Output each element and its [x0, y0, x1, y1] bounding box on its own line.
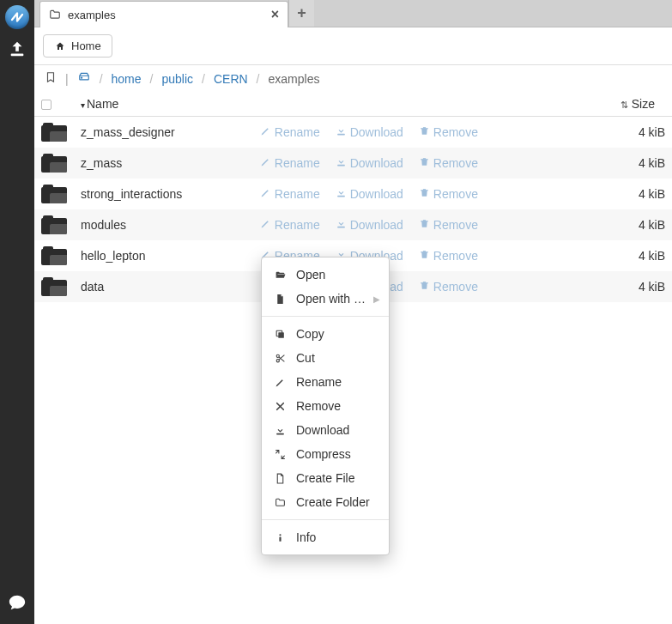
separator: / [202, 72, 205, 86]
breadcrumb-link[interactable]: public [161, 72, 193, 86]
table-row[interactable]: strong_interactions Rename Download Remo… [34, 179, 672, 209]
remove-action[interactable]: Remove [419, 249, 478, 263]
breadcrumb-link[interactable]: home [112, 72, 142, 86]
rename-action[interactable]: Rename [260, 218, 320, 232]
file-name[interactable]: strong_interactions [74, 179, 241, 209]
menu-item-compress[interactable]: Compress [262, 442, 389, 466]
svg-point-20 [279, 534, 281, 536]
menu-item-label: Create File [296, 471, 354, 485]
trash-icon [419, 125, 430, 139]
bookmark-icon[interactable] [45, 70, 57, 87]
download-icon [336, 187, 347, 201]
download-action[interactable]: Download [336, 125, 403, 139]
app-logo[interactable] [5, 5, 29, 29]
menu-item-info[interactable]: Info [262, 525, 389, 549]
svg-rect-3 [337, 134, 345, 136]
pencil-icon [260, 187, 271, 201]
file-name[interactable]: modules [74, 209, 241, 240]
tab-examples[interactable]: examples × [39, 1, 288, 27]
rename-action[interactable]: Rename [260, 125, 320, 139]
svg-rect-21 [279, 536, 281, 541]
column-header-name[interactable]: ▾Name [74, 92, 241, 117]
sort-icon: ⇅ [621, 100, 628, 110]
trash-icon [419, 156, 430, 170]
folder-icon [34, 240, 74, 271]
pencil-icon [260, 218, 271, 232]
menu-item-label: Create Folder [296, 495, 370, 509]
file-size: 4 kiB [595, 179, 672, 209]
svg-rect-12 [421, 251, 428, 252]
folder-outline-icon [49, 9, 61, 21]
menu-item-label: Info [296, 530, 316, 544]
folder-icon [34, 209, 74, 240]
home-button[interactable]: Home [43, 34, 112, 58]
menu-item-remove[interactable]: Remove [262, 394, 389, 418]
rename-action[interactable]: Rename [260, 156, 320, 170]
chat-icon[interactable] [8, 593, 27, 612]
svg-rect-15 [278, 332, 284, 338]
home-icon [54, 41, 66, 51]
new-tab-button[interactable]: + [288, 0, 314, 27]
svg-rect-6 [421, 159, 428, 160]
home-button-label: Home [71, 39, 101, 52]
download-icon [274, 425, 286, 436]
breadcrumb-link[interactable]: CERN [214, 72, 248, 86]
chevron-right-icon: ▶ [373, 294, 380, 304]
remove-action[interactable]: Remove [419, 125, 478, 139]
sort-desc-icon: ▾ [81, 100, 85, 110]
context-menu: Open Open with … ▶ Copy Cut Rename Remov… [261, 257, 390, 555]
new-folder-icon [274, 497, 286, 508]
rename-action[interactable]: Rename [260, 187, 320, 201]
separator: / [150, 72, 154, 86]
menu-item-download[interactable]: Download [262, 418, 389, 442]
separator: | [65, 72, 69, 86]
row-actions: Rename Download Remove [241, 179, 595, 209]
file-size: 4 kiB [595, 209, 672, 240]
menu-item-label: Rename [296, 375, 342, 389]
close-icon[interactable]: × [271, 8, 279, 21]
svg-rect-4 [421, 128, 428, 129]
toolbar: Home [34, 27, 672, 65]
file-name[interactable]: data [74, 271, 241, 302]
menu-item-open-with[interactable]: Open with … ▶ [262, 287, 389, 311]
folder-icon [34, 179, 74, 209]
upload-icon[interactable] [8, 39, 27, 58]
menu-item-label: Open with … [296, 292, 366, 306]
file-size: 4 kiB [595, 148, 672, 179]
download-action[interactable]: Download [336, 156, 403, 170]
drive-icon[interactable] [77, 71, 91, 86]
file-name[interactable]: z_mass [74, 148, 241, 179]
table-row[interactable]: z_mass Rename Download Remove 4 kiB [34, 148, 672, 179]
menu-item-create-folder[interactable]: Create Folder [262, 490, 389, 514]
info-icon [274, 532, 286, 543]
file-name[interactable]: z_mass_designer [74, 117, 241, 148]
download-action[interactable]: Download [336, 187, 403, 201]
x-icon [274, 401, 286, 412]
remove-action[interactable]: Remove [419, 280, 478, 294]
download-action[interactable]: Download [336, 218, 403, 232]
menu-item-copy[interactable]: Copy [262, 322, 389, 346]
main-area: examples × + Home | / home / public / CE… [34, 0, 672, 624]
file-name[interactable]: hello_lepton [74, 240, 241, 271]
table-row[interactable]: modules Rename Download Remove 4 kiB [34, 209, 672, 240]
menu-item-cut[interactable]: Cut [262, 346, 389, 370]
trash-icon [419, 187, 430, 201]
pencil-icon [260, 156, 271, 170]
folder-icon [34, 271, 74, 302]
menu-item-open[interactable]: Open [262, 263, 389, 287]
download-icon [336, 125, 347, 139]
menu-item-create-file[interactable]: Create File [262, 466, 389, 490]
column-header-size[interactable]: ⇅Size [595, 92, 672, 117]
file-size: 4 kiB [595, 240, 672, 271]
column-header-actions [241, 92, 595, 117]
svg-rect-5 [337, 164, 345, 166]
remove-action[interactable]: Remove [419, 218, 478, 232]
remove-action[interactable]: Remove [419, 187, 478, 201]
table-row[interactable]: z_mass_designer Rename Download Remove 4… [34, 117, 672, 148]
folder-open-icon [274, 270, 286, 281]
pencil-icon [260, 125, 271, 139]
remove-action[interactable]: Remove [419, 156, 478, 170]
select-all-header[interactable] [34, 92, 74, 117]
tab-title: examples [68, 9, 264, 21]
menu-item-rename[interactable]: Rename [262, 370, 389, 394]
